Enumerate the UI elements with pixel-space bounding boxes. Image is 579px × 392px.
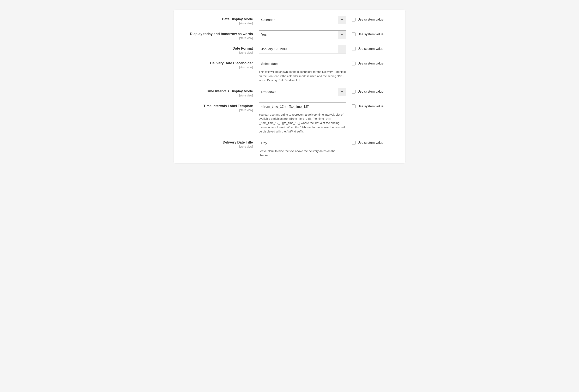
use-system-col: Use system value	[346, 45, 383, 51]
field-scope: [store view]	[177, 108, 253, 112]
use-system-checkbox[interactable]	[352, 32, 356, 36]
field-scope: [store view]	[177, 51, 253, 54]
use-system-label: Use system value	[358, 141, 383, 145]
time-intervals-mode-select[interactable]: Dropdown	[259, 88, 346, 96]
use-system-col: Use system value	[346, 102, 383, 108]
control-col: Dropdown	[259, 88, 346, 96]
field-label: Display today and tomorrow as words	[177, 32, 253, 36]
field-help: Leave blank to hide the text above the d…	[259, 149, 346, 157]
chevron-down-icon	[338, 45, 346, 53]
use-system-checkbox[interactable]	[352, 141, 356, 145]
date-format-select[interactable]: January 19, 1989	[259, 45, 346, 53]
field-date-format: Date Format [store view] January 19, 198…	[177, 45, 402, 54]
field-delivery-date-placeholder: Delivery Date Placeholder [store view] T…	[177, 60, 402, 82]
control-col: Yes	[259, 30, 346, 39]
field-time-intervals-mode: Time Intervals Display Mode [store view]…	[177, 88, 402, 97]
label-col: Delivery Date Title [store view]	[177, 139, 259, 148]
field-date-display-mode: Date Display Mode [store view] Calendar …	[177, 16, 402, 25]
use-system-checkbox[interactable]	[352, 104, 356, 108]
label-col: Date Display Mode [store view]	[177, 16, 259, 25]
use-system-checkbox[interactable]	[352, 62, 356, 66]
words-today-tomorrow-select[interactable]: Yes	[259, 30, 346, 39]
field-delivery-date-title: Delivery Date Title [store view] Leave b…	[177, 139, 402, 157]
label-col: Time Intervals Label Template [store vie…	[177, 102, 259, 112]
field-label: Delivery Date Title	[177, 140, 253, 145]
config-panel: Date Display Mode [store view] Calendar …	[173, 10, 406, 163]
select-value: January 19, 1989	[261, 47, 287, 51]
field-words-today-tomorrow: Display today and tomorrow as words [sto…	[177, 30, 402, 40]
label-col: Delivery Date Placeholder [store view]	[177, 60, 259, 69]
delivery-date-placeholder-input[interactable]	[261, 60, 343, 68]
delivery-date-title-input-wrap	[259, 139, 346, 147]
delivery-date-title-input[interactable]	[261, 139, 343, 147]
time-intervals-template-input-wrap	[259, 102, 346, 111]
use-system-label: Use system value	[358, 104, 383, 108]
field-label: Date Display Mode	[177, 17, 253, 21]
control-col: January 19, 1989	[259, 45, 346, 53]
field-help: This text will be shown as the placehold…	[259, 70, 346, 82]
field-label: Time Intervals Label Template	[177, 104, 253, 108]
field-help: You can use any string to represent a de…	[259, 113, 346, 134]
field-scope: [store view]	[177, 22, 253, 25]
field-label: Delivery Date Placeholder	[177, 61, 253, 66]
control-col: This text will be shown as the placehold…	[259, 60, 346, 82]
label-col: Time Intervals Display Mode [store view]	[177, 88, 259, 97]
control-col: You can use any string to represent a de…	[259, 102, 346, 134]
use-system-label: Use system value	[358, 47, 383, 51]
use-system-col: Use system value	[346, 60, 383, 66]
field-scope: [store view]	[177, 36, 253, 40]
date-display-mode-select[interactable]: Calendar	[259, 16, 346, 24]
time-intervals-template-input[interactable]	[261, 103, 343, 111]
use-system-col: Use system value	[346, 16, 383, 21]
use-system-label: Use system value	[358, 32, 383, 36]
use-system-label: Use system value	[358, 62, 383, 66]
select-value: Yes	[261, 33, 267, 37]
control-col: Calendar	[259, 16, 346, 24]
use-system-label: Use system value	[358, 18, 383, 21]
chevron-down-icon	[338, 88, 346, 96]
field-label: Time Intervals Display Mode	[177, 89, 253, 93]
use-system-col: Use system value	[346, 30, 383, 36]
field-label: Date Format	[177, 47, 253, 51]
field-scope: [store view]	[177, 66, 253, 69]
use-system-col: Use system value	[346, 88, 383, 93]
use-system-col: Use system value	[346, 139, 383, 145]
label-col: Date Format [store view]	[177, 45, 259, 54]
select-value: Dropdown	[261, 90, 276, 94]
chevron-down-icon	[338, 31, 346, 39]
chevron-down-icon	[338, 16, 346, 24]
use-system-checkbox[interactable]	[352, 18, 356, 21]
field-time-intervals-template: Time Intervals Label Template [store vie…	[177, 102, 402, 134]
control-col: Leave blank to hide the text above the d…	[259, 139, 346, 157]
use-system-checkbox[interactable]	[352, 90, 356, 93]
field-scope: [store view]	[177, 145, 253, 148]
label-col: Display today and tomorrow as words [sto…	[177, 30, 259, 40]
field-scope: [store view]	[177, 94, 253, 97]
delivery-date-placeholder-input-wrap	[259, 60, 346, 68]
use-system-checkbox[interactable]	[352, 47, 356, 51]
select-value: Calendar	[261, 18, 275, 22]
use-system-label: Use system value	[358, 90, 383, 93]
